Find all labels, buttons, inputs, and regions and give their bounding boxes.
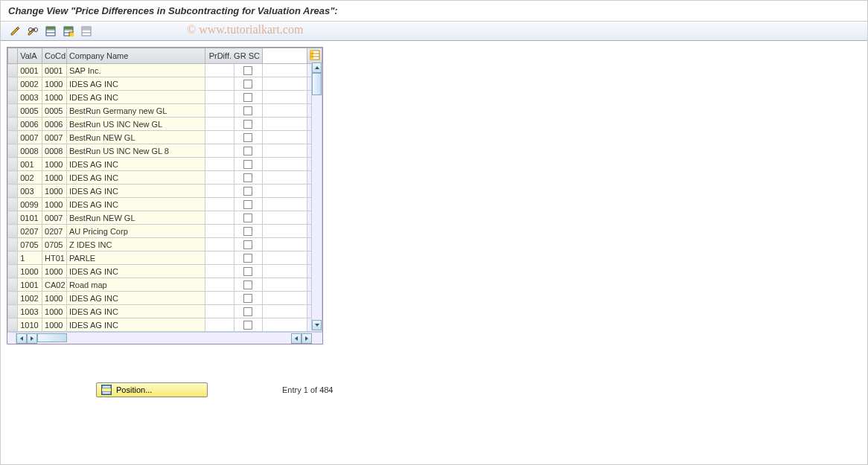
cell-company-name[interactable]: IDES AG INC: [66, 198, 205, 211]
cell-prdiff-checkbox[interactable]: [234, 198, 262, 211]
table-config-button[interactable]: [307, 48, 322, 64]
checkbox-icon[interactable]: [243, 294, 252, 303]
cell-cocd[interactable]: 0001: [42, 64, 67, 77]
scroll-left-end-button[interactable]: [291, 333, 301, 344]
cell-prdiff-checkbox[interactable]: [234, 171, 262, 185]
cell-cocd[interactable]: CA02: [42, 278, 67, 292]
checkbox-icon[interactable]: [243, 307, 252, 316]
scroll-left-button[interactable]: [16, 333, 27, 344]
deselect-all-icon[interactable]: [80, 25, 93, 38]
checkbox-icon[interactable]: [243, 66, 252, 75]
row-select-handle[interactable]: [8, 185, 18, 198]
cell-vala[interactable]: 1000: [18, 265, 42, 278]
checkbox-icon[interactable]: [243, 106, 252, 115]
checkbox-icon[interactable]: [243, 240, 252, 249]
cell-prdiff-checkbox[interactable]: [234, 318, 262, 332]
cell-company-name[interactable]: IDES AG INC: [66, 158, 205, 171]
cell-company-name[interactable]: SAP Inc.: [66, 64, 205, 77]
scroll-thumb[interactable]: [312, 73, 322, 95]
cell-prdiff-checkbox[interactable]: [234, 64, 262, 77]
col-header-company-name[interactable]: Company Name: [66, 48, 205, 64]
cell-vala[interactable]: 002: [18, 171, 42, 185]
row-select-handle[interactable]: [8, 305, 18, 318]
cell-cocd[interactable]: 1000: [42, 171, 67, 185]
cell-vala[interactable]: 0006: [18, 118, 42, 131]
cell-vala[interactable]: 1: [18, 251, 42, 265]
cell-cocd[interactable]: 1000: [42, 305, 67, 318]
change-pencil-icon[interactable]: [8, 25, 22, 38]
cell-vala[interactable]: 0002: [18, 77, 42, 91]
cell-vala[interactable]: 0101: [18, 211, 42, 225]
cell-vala[interactable]: 1010: [18, 318, 42, 332]
cell-company-name[interactable]: BestRun NEW GL: [66, 211, 205, 225]
row-select-handle[interactable]: [8, 292, 18, 305]
cell-cocd[interactable]: 1000: [42, 265, 67, 278]
checkbox-icon[interactable]: [243, 187, 252, 196]
cell-vala[interactable]: 0007: [18, 131, 42, 144]
cell-vala[interactable]: 0207: [18, 225, 42, 238]
row-select-handle[interactable]: [8, 91, 18, 104]
cell-vala[interactable]: 1001: [18, 278, 42, 292]
checkbox-icon[interactable]: [243, 280, 252, 289]
select-all-handle[interactable]: [8, 48, 18, 64]
row-select-handle[interactable]: [8, 251, 18, 265]
cell-prdiff-checkbox[interactable]: [234, 104, 262, 118]
cell-vala[interactable]: 0008: [18, 144, 42, 158]
cell-cocd[interactable]: 1000: [42, 185, 67, 198]
horizontal-scrollbar[interactable]: [7, 332, 322, 344]
cell-vala[interactable]: 1003: [18, 305, 42, 318]
cell-company-name[interactable]: BestRun Germany new GL: [66, 104, 205, 118]
cell-company-name[interactable]: PARLE: [66, 251, 205, 265]
checkbox-icon[interactable]: [243, 160, 252, 169]
cell-company-name[interactable]: IDES AG INC: [66, 292, 205, 305]
scroll-track[interactable]: [312, 73, 322, 320]
checkbox-icon[interactable]: [243, 267, 252, 276]
row-select-handle[interactable]: [8, 278, 18, 292]
row-select-handle[interactable]: [8, 158, 18, 171]
cell-company-name[interactable]: BestRun NEW GL: [66, 131, 205, 144]
cell-company-name[interactable]: IDES AG INC: [66, 318, 205, 332]
row-select-handle[interactable]: [8, 118, 18, 131]
cell-prdiff-checkbox[interactable]: [234, 292, 262, 305]
row-select-handle[interactable]: [8, 131, 18, 144]
scroll-down-button[interactable]: [312, 320, 322, 330]
cell-vala[interactable]: 0001: [18, 64, 42, 77]
checkbox-icon[interactable]: [243, 200, 252, 209]
cell-vala[interactable]: 003: [18, 185, 42, 198]
checkbox-icon[interactable]: [243, 214, 252, 222]
scroll-up-button[interactable]: [312, 62, 322, 73]
checkbox-icon[interactable]: [243, 321, 252, 330]
cell-vala[interactable]: 001: [18, 158, 42, 171]
row-select-handle[interactable]: [8, 238, 18, 251]
cell-cocd[interactable]: 0006: [42, 118, 67, 131]
cell-prdiff-checkbox[interactable]: [234, 211, 262, 225]
cell-cocd[interactable]: 1000: [42, 91, 67, 104]
cell-prdiff-checkbox[interactable]: [234, 278, 262, 292]
row-select-handle[interactable]: [8, 225, 18, 238]
cell-vala[interactable]: 0705: [18, 238, 42, 251]
cell-prdiff-checkbox[interactable]: [234, 77, 262, 91]
row-select-handle[interactable]: [8, 77, 18, 91]
cell-vala[interactable]: 0003: [18, 91, 42, 104]
select-all-icon[interactable]: [44, 25, 57, 38]
scroll-right-small-button[interactable]: [27, 333, 37, 344]
cell-cocd[interactable]: 0007: [42, 211, 67, 225]
cell-prdiff-checkbox[interactable]: [234, 265, 262, 278]
cell-cocd[interactable]: 0005: [42, 104, 67, 118]
position-button[interactable]: Position...: [96, 382, 208, 397]
scroll-right-end-button[interactable]: [301, 333, 312, 344]
row-select-handle[interactable]: [8, 104, 18, 118]
row-select-handle[interactable]: [8, 318, 18, 332]
cell-prdiff-checkbox[interactable]: [234, 305, 262, 318]
col-header-cocd[interactable]: CoCd: [42, 48, 67, 64]
cell-vala[interactable]: 0005: [18, 104, 42, 118]
cell-company-name[interactable]: IDES AG INC: [66, 91, 205, 104]
row-select-handle[interactable]: [8, 265, 18, 278]
checkbox-icon[interactable]: [243, 120, 252, 129]
glasses-icon[interactable]: [26, 25, 39, 38]
cell-prdiff-checkbox[interactable]: [234, 144, 262, 158]
hscroll-track[interactable]: [37, 333, 291, 344]
cell-company-name[interactable]: IDES AG INC: [66, 305, 205, 318]
cell-prdiff-checkbox[interactable]: [234, 158, 262, 171]
cell-company-name[interactable]: AU Pricing Corp: [66, 225, 205, 238]
